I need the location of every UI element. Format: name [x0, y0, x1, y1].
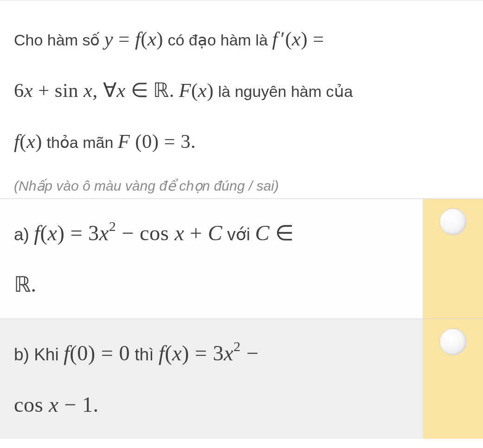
answer-a-text: a) f(x) = 3x2 − cos x + C với C ∈ ℝ. [0, 199, 423, 319]
text-fragment: Cho hàm số [14, 31, 104, 49]
math-expr: f(0) = 0 [64, 341, 130, 365]
math-expr: 6x + sin x, ∀x ∈ ℝ. [14, 79, 174, 101]
math-expr: y = f(x) [104, 28, 163, 50]
text-fragment: là nguyên hàm của [218, 83, 353, 100]
answer-b-line-1: b) Khi f(0) = 0 thì f(x) = 3x2 − [14, 327, 413, 379]
math-expr: F(x) [179, 79, 213, 101]
math-expr: f ′(x) = [272, 28, 324, 50]
text-fragment: có đạo hàm là [167, 31, 272, 49]
quiz-container: Cho hàm số y = f(x) có đạo hàm là f ′(x)… [0, 0, 483, 439]
math-expr: C ∈ [255, 221, 294, 245]
math-expr: ℝ. [14, 273, 37, 296]
answer-a-line-2: ℝ. [14, 259, 413, 310]
option-label: a) [14, 225, 34, 244]
question-line-2: 6x + sin x, ∀x ∈ ℝ. F(x) là nguyên hàm c… [14, 65, 469, 116]
text-fragment: thì [130, 345, 159, 364]
math-expr: f(x) = 3x2 − [159, 341, 259, 365]
answer-b-text: b) Khi f(0) = 0 thì f(x) = 3x2 − cos x −… [0, 319, 423, 439]
instruction-text: (Nhấp vào ô màu vàng để chọn đúng / sai) [0, 172, 483, 198]
answer-b: b) Khi f(0) = 0 thì f(x) = 3x2 − cos x −… [0, 319, 483, 439]
text-fragment: thỏa mãn [46, 134, 117, 151]
math-expr: f(x) = 3x2 − cos x + C [34, 221, 222, 245]
math-expr: f(x) [14, 130, 42, 152]
answer-b-toggle-area[interactable] [423, 319, 483, 439]
question-block: Cho hàm số y = f(x) có đạo hàm là f ′(x)… [0, 0, 483, 172]
toggle-circle-icon[interactable] [439, 328, 466, 355]
option-label: b) Khi [14, 345, 64, 364]
answer-a: a) f(x) = 3x2 − cos x + C với C ∈ ℝ. [0, 198, 483, 319]
question-line-1: Cho hàm số y = f(x) có đạo hàm là f ′(x)… [14, 13, 469, 65]
math-expr: F (0) = 3. [118, 130, 196, 152]
toggle-circle-icon[interactable] [439, 208, 466, 235]
answer-a-line-1: a) f(x) = 3x2 − cos x + C với C ∈ [14, 207, 413, 259]
math-expr: cos x − 1. [14, 393, 99, 416]
text-fragment: với [222, 225, 255, 244]
question-line-3: f(x) thỏa mãn F (0) = 3. [14, 116, 469, 167]
answer-b-line-2: cos x − 1. [14, 379, 413, 430]
answer-a-toggle-area[interactable] [423, 199, 483, 319]
